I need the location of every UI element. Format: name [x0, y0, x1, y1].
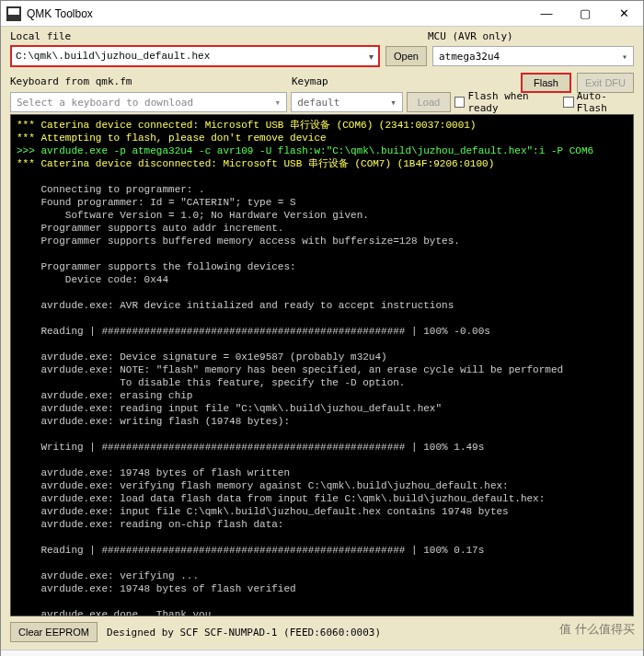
- flash-when-ready-label: Flash when ready: [467, 90, 559, 114]
- file-path-combo[interactable]: ▾: [10, 45, 380, 67]
- chevron-down-icon[interactable]: ▾: [622, 52, 627, 62]
- titlebar: QMK Toolbox — ▢ ✕: [1, 1, 643, 27]
- keymap-value: default: [297, 97, 339, 109]
- chevron-down-icon[interactable]: ▾: [275, 97, 282, 109]
- checkbox-box[interactable]: [454, 97, 465, 108]
- load-button: Load: [407, 92, 451, 112]
- watermark: 值 什么值得买: [559, 621, 635, 638]
- chevron-down-icon[interactable]: ▾: [390, 97, 397, 109]
- designed-by-label: Designed by SCF SCF-NUMPAD-1 (FEED:6060:…: [107, 627, 381, 639]
- keyboard-placeholder: Select a keyboard to download: [17, 97, 193, 109]
- svg-rect-1: [8, 8, 19, 15]
- mcu-value: atmega32u4: [439, 51, 500, 63]
- flash-when-ready-checkbox[interactable]: Flash when ready: [454, 90, 559, 114]
- checkbox-box[interactable]: [563, 97, 573, 108]
- chevron-down-icon[interactable]: ▾: [363, 52, 378, 62]
- auto-flash-checkbox[interactable]: Auto-Flash: [563, 90, 634, 114]
- keymap-label: Keymap: [292, 75, 328, 87]
- open-button[interactable]: Open: [385, 46, 427, 66]
- keyboard-select[interactable]: Select a keyboard to download ▾: [10, 92, 287, 112]
- mcu-select[interactable]: atmega32u4 ▾: [432, 46, 634, 66]
- clear-eeprom-button[interactable]: Clear EEPROM: [10, 622, 98, 642]
- auto-flash-label: Auto-Flash: [577, 90, 634, 114]
- statusbar: The path for your firmware file: [1, 650, 643, 656]
- keymap-select[interactable]: default ▾: [291, 92, 403, 112]
- app-icon: [6, 6, 21, 21]
- console-output: *** Caterina device connected: Microsoft…: [10, 114, 634, 616]
- close-button[interactable]: ✕: [604, 1, 643, 27]
- app-window: QMK Toolbox — ▢ ✕ Local file MCU (AVR on…: [0, 0, 644, 656]
- local-file-label: Local file: [10, 30, 380, 42]
- maximize-button[interactable]: ▢: [566, 1, 604, 27]
- keyboard-from-label: Keyboard from qmk.fm: [10, 75, 286, 87]
- file-path-input[interactable]: [12, 51, 363, 62]
- window-title: QMK Toolbox: [27, 7, 527, 20]
- minimize-button[interactable]: —: [527, 1, 566, 27]
- mcu-label: MCU (AVR only): [428, 30, 513, 42]
